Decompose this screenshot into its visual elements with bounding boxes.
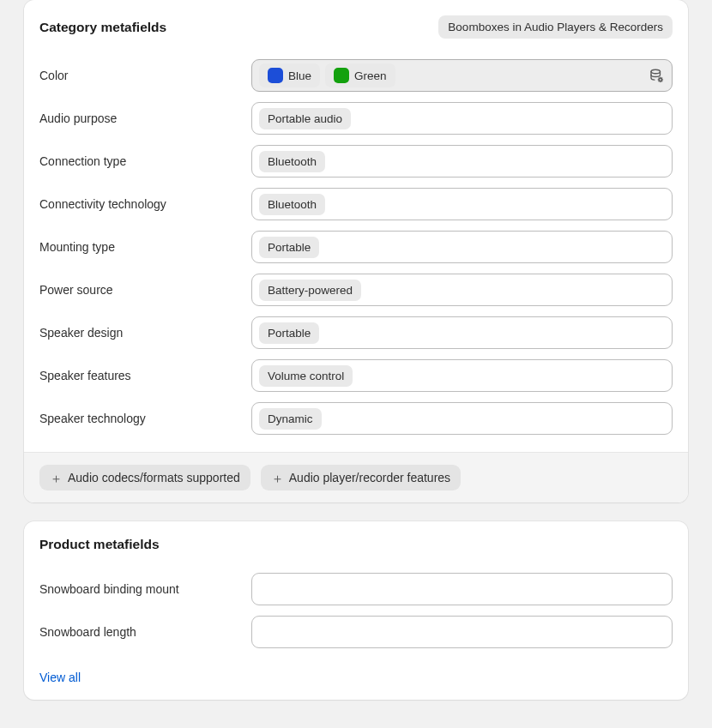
add-audio-codecs-button[interactable]: ＋ Audio codecs/formats supported	[39, 465, 250, 490]
metafield-input-wrapper	[251, 573, 673, 605]
card-title: Product metafields	[39, 537, 160, 552]
plus-icon: ＋	[50, 472, 63, 484]
metafield-field[interactable]: Volume control	[251, 359, 673, 392]
swatch-blue-icon	[268, 68, 283, 83]
metafield-label: Mounting type	[39, 240, 251, 254]
metafield-label: Speaker technology	[39, 412, 251, 425]
metafield-field[interactable]: Dynamic	[251, 402, 673, 435]
tag-label: Portable audio	[268, 112, 342, 125]
category-metafields-card: Category metafields Boomboxes in Audio P…	[24, 0, 688, 502]
metafield-label: Speaker features	[39, 369, 251, 382]
plus-icon: ＋	[271, 472, 284, 484]
metafield-field[interactable]: Bluetooth	[251, 145, 673, 177]
metafield-row-snowboard-binding-mount: Snowboard binding mount	[39, 573, 673, 605]
add-audio-player-features-button[interactable]: ＋ Audio player/recorder features	[261, 465, 461, 490]
metafield-row-snowboard-length: Snowboard length	[39, 616, 673, 648]
metafield-input-wrapper: Volume control	[251, 359, 673, 392]
chip-label: Audio codecs/formats supported	[68, 471, 240, 484]
tag-label: Bluetooth	[268, 155, 317, 168]
metafield-input-wrapper: Bluetooth	[251, 145, 673, 177]
metafield-field[interactable]: Bluetooth	[251, 188, 673, 220]
tag-blue[interactable]: Blue	[259, 63, 320, 87]
tag[interactable]: Bluetooth	[259, 151, 325, 172]
metafield-label: Connectivity technology	[39, 197, 251, 211]
category-badge[interactable]: Boomboxes in Audio Players & Recorders	[438, 15, 673, 39]
metafield-row-speaker-design: Speaker design Portable	[39, 316, 673, 349]
metafield-field-color[interactable]: Blue Green	[251, 59, 673, 92]
card-header: Category metafields Boomboxes in Audio P…	[24, 0, 688, 39]
tag-label: Dynamic	[268, 412, 313, 425]
card-title: Category metafields	[39, 20, 166, 35]
swatch-green-icon	[334, 68, 349, 83]
tag[interactable]: Bluetooth	[259, 194, 325, 215]
metafield-field[interactable]	[251, 616, 673, 648]
metafield-row-speaker-features: Speaker features Volume control	[39, 359, 673, 392]
metafield-field[interactable]: Battery-powered	[251, 274, 673, 306]
card-header: Product metafields	[24, 521, 688, 552]
tag[interactable]: Portable	[259, 322, 319, 344]
metafield-row-color: Color Blue Green	[39, 59, 673, 92]
metafield-row-audio-purpose: Audio purpose Portable audio	[39, 102, 673, 135]
metafield-row-speaker-technology: Speaker technology Dynamic	[39, 402, 673, 435]
tag-label: Green	[354, 69, 387, 82]
metafield-input-wrapper: Dynamic	[251, 402, 673, 435]
metafield-input-wrapper: Portable	[251, 316, 673, 349]
svg-point-0	[651, 69, 661, 74]
metafield-field[interactable]	[251, 573, 673, 605]
metafield-label: Snowboard length	[39, 625, 251, 639]
tag-label: Battery-powered	[268, 284, 353, 297]
metafield-input-wrapper: Portable audio	[251, 102, 673, 135]
metafield-row-connectivity-technology: Connectivity technology Bluetooth	[39, 188, 673, 220]
metafield-rows: Snowboard binding mount Snowboard length	[24, 552, 688, 665]
tag-green[interactable]: Green	[325, 63, 395, 87]
tag[interactable]: Volume control	[259, 365, 353, 387]
metafield-row-power-source: Power source Battery-powered	[39, 274, 673, 306]
metafield-label: Connection type	[39, 154, 251, 168]
card-footer: ＋ Audio codecs/formats supported ＋ Audio…	[24, 452, 688, 502]
product-metafields-card: Product metafields Snowboard binding mou…	[24, 521, 688, 700]
tag-label: Bluetooth	[268, 198, 317, 211]
tag[interactable]: Battery-powered	[259, 280, 361, 301]
tag-label: Volume control	[268, 370, 344, 382]
metafield-input-wrapper: Portable	[251, 231, 673, 263]
metafield-rows: Color Blue Green	[24, 39, 688, 452]
metafield-field[interactable]: Portable	[251, 231, 673, 263]
metafield-label: Speaker design	[39, 326, 251, 340]
metafield-field[interactable]: Portable audio	[251, 102, 673, 135]
metafield-field[interactable]: Portable	[251, 316, 673, 349]
metafield-row-connection-type: Connection type Bluetooth	[39, 145, 673, 177]
tag[interactable]: Dynamic	[259, 408, 322, 430]
tag-label: Portable	[268, 241, 311, 254]
metafield-label: Color	[39, 69, 251, 82]
data-manager-icon[interactable]	[648, 67, 665, 84]
metafield-input-wrapper: Blue Green	[251, 59, 673, 92]
metafield-label: Power source	[39, 283, 251, 297]
metafield-input-wrapper	[251, 616, 673, 648]
tag[interactable]: Portable audio	[259, 108, 351, 129]
metafield-label: Snowboard binding mount	[39, 582, 251, 596]
tag[interactable]: Portable	[259, 237, 319, 258]
chip-label: Audio player/recorder features	[289, 471, 450, 484]
metafield-input-wrapper: Battery-powered	[251, 274, 673, 306]
tag-label: Blue	[288, 69, 311, 82]
metafield-label: Audio purpose	[39, 111, 251, 125]
metafield-row-mounting-type: Mounting type Portable	[39, 231, 673, 263]
view-all-link[interactable]: View all	[24, 665, 96, 700]
tag-label: Portable	[268, 327, 311, 340]
metafield-input-wrapper: Bluetooth	[251, 188, 673, 220]
